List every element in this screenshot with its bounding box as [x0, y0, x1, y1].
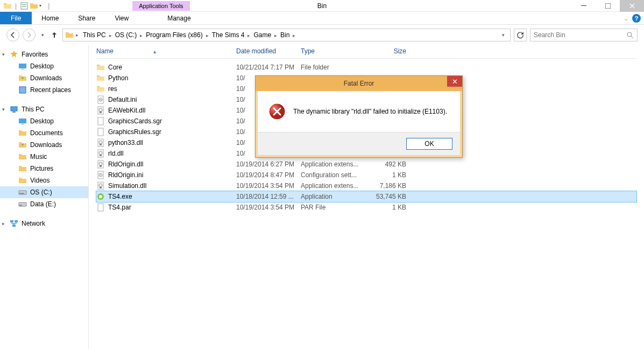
- chevron-right-icon[interactable]: ▸: [292, 33, 296, 38]
- svg-rect-9: [11, 107, 17, 111]
- breadcrumb-segment[interactable]: This PC: [81, 31, 108, 39]
- application-tools-tab[interactable]: Application Tools: [132, 1, 189, 11]
- back-button[interactable]: [6, 29, 19, 41]
- folder-icon: [65, 31, 74, 39]
- new-folder-icon[interactable]: [30, 2, 38, 10]
- tab-manage[interactable]: Manage: [158, 12, 200, 24]
- column-type[interactable]: Type: [301, 47, 363, 55]
- maximize-button[interactable]: [596, 0, 620, 12]
- properties-icon[interactable]: [20, 2, 29, 10]
- folder-icon: [3, 2, 12, 10]
- sidebar-head-network[interactable]: ▸ Network: [0, 218, 88, 229]
- file-row[interactable]: TS4.exe10/18/2014 12:59 ...Application53…: [96, 191, 637, 203]
- file-name: TS4.exe: [108, 193, 132, 200]
- sidebar-item[interactable]: Pictures: [0, 163, 88, 174]
- sidebar-item-label: Desktop: [30, 117, 54, 125]
- ribbon-expand-icon[interactable]: ⌵: [625, 16, 628, 22]
- file-row[interactable]: RldOrigin.dll10/19/2014 6:27 PMApplicati…: [96, 159, 636, 170]
- up-button[interactable]: [49, 30, 59, 40]
- tab-share[interactable]: Share: [68, 12, 105, 24]
- sidebar-head-favorites[interactable]: ▾ Favorites: [0, 48, 88, 60]
- dialog-title-bar[interactable]: Fatal Error ✕: [256, 76, 462, 91]
- file-row[interactable]: Core10/21/2014 7:17 PMFile folder: [96, 62, 636, 73]
- search-box[interactable]: [530, 29, 638, 41]
- file-row[interactable]: Simulation.dll10/19/2014 3:54 PMApplicat…: [96, 180, 636, 191]
- sidebar-item[interactable]: Music: [0, 151, 88, 163]
- dll-icon: [96, 182, 105, 190]
- file-date: 10/19/2014 3:54 PM: [236, 204, 301, 211]
- ok-button[interactable]: OK: [406, 138, 452, 150]
- svg-rect-16: [19, 205, 22, 206]
- sidebar-item[interactable]: Downloads: [0, 72, 88, 84]
- separator: |: [48, 2, 49, 10]
- svg-point-39: [100, 174, 101, 176]
- minimize-button[interactable]: [571, 0, 596, 12]
- tab-view[interactable]: View: [105, 12, 138, 24]
- close-button[interactable]: [620, 0, 644, 12]
- file-row[interactable]: RldOrigin.ini10/19/2014 8:47 PMConfigura…: [96, 170, 636, 180]
- sidebar-head-thispc[interactable]: ▾ This PC: [0, 103, 88, 115]
- sidebar-item-label: OS (C:): [30, 189, 52, 196]
- svg-rect-10: [12, 111, 16, 113]
- window-controls: [571, 0, 644, 12]
- tab-home[interactable]: Home: [32, 12, 68, 24]
- breadcrumb-segment[interactable]: Program Files (x86): [144, 31, 204, 39]
- dialog-body: The dynamic library "rld.dll" failed to …: [256, 91, 462, 132]
- breadcrumb-segment[interactable]: The Sims 4: [210, 31, 247, 39]
- chevron-right-icon[interactable]: ▸: [273, 33, 278, 38]
- dialog-close-button[interactable]: ✕: [447, 76, 462, 87]
- breadcrumb-segment[interactable]: OS (C:): [113, 31, 139, 39]
- sidebar-item[interactable]: Desktop: [0, 115, 88, 127]
- dialog-title: Fatal Error: [344, 80, 374, 87]
- breadcrumb-segment[interactable]: Game: [251, 31, 273, 39]
- item-icon: [18, 62, 27, 71]
- star-icon: [10, 50, 18, 59]
- sidebar-item[interactable]: Desktop: [0, 60, 88, 72]
- column-date[interactable]: Date modified: [236, 47, 301, 55]
- sidebar-group-thispc: ▾ This PC DesktopDocumentsDownloadsMusic…: [0, 103, 88, 210]
- help-icon[interactable]: ?: [632, 14, 641, 23]
- navigation-bar: ▾ ▸ This PC▸OS (C:)▸Program Files (x86)▸…: [0, 25, 644, 45]
- error-dialog: Fatal Error ✕ The dynamic library "rld.d…: [255, 75, 463, 158]
- address-dropdown-icon[interactable]: ▾: [499, 32, 508, 38]
- file-date: 10/18/2014 12:59 ...: [236, 193, 301, 200]
- forward-button[interactable]: [23, 29, 36, 41]
- separator: |: [15, 2, 17, 10]
- dll-icon: [96, 106, 105, 115]
- tab-file[interactable]: File: [0, 12, 32, 24]
- column-size[interactable]: Size: [363, 47, 406, 55]
- dialog-message: The dynamic library "rld.dll" failed to …: [293, 108, 447, 115]
- refresh-button[interactable]: [514, 29, 527, 41]
- address-bar[interactable]: ▸ This PC▸OS (C:)▸Program Files (x86)▸Th…: [62, 29, 511, 41]
- sidebar-item[interactable]: Data (E:): [0, 198, 88, 210]
- chevron-right-icon[interactable]: ▸: [108, 33, 113, 38]
- breadcrumb-segment[interactable]: Bin: [278, 31, 292, 39]
- file-row[interactable]: TS4.par10/19/2014 3:54 PMPAR File1 KB: [96, 202, 636, 213]
- file-name: EAWebKit.dll: [108, 107, 145, 114]
- sidebar-item[interactable]: Downloads: [0, 139, 88, 151]
- chevron-right-icon[interactable]: ▸: [75, 32, 80, 38]
- qat-dropdown-icon[interactable]: ▾: [39, 3, 45, 8]
- column-headers: Name▴ Date modified Type Size: [96, 47, 636, 59]
- search-input[interactable]: [534, 31, 627, 39]
- folder-icon: [96, 63, 105, 72]
- sidebar-item[interactable]: Recent places: [0, 84, 88, 96]
- item-icon: [18, 200, 27, 208]
- sidebar-item[interactable]: Videos: [0, 174, 88, 186]
- sidebar-item[interactable]: OS (C:): [0, 186, 88, 198]
- history-dropdown-icon[interactable]: ▾: [39, 29, 46, 41]
- svg-rect-18: [15, 220, 18, 222]
- svg-rect-30: [100, 144, 102, 145]
- dll-icon: [96, 138, 105, 147]
- svg-rect-25: [100, 111, 102, 113]
- file-size: 1 KB: [363, 171, 406, 179]
- file-name: res: [108, 85, 117, 93]
- ini-icon: [96, 95, 105, 104]
- svg-rect-4: [605, 3, 611, 9]
- file-type: Configuration sett...: [301, 171, 363, 179]
- navigation-pane: ▾ Favorites DesktopDownloadsRecent place…: [0, 45, 89, 349]
- chevron-right-icon[interactable]: ▸: [139, 33, 144, 38]
- chevron-right-icon[interactable]: ▸: [205, 33, 210, 38]
- sidebar-item[interactable]: Documents: [0, 127, 88, 139]
- column-name[interactable]: Name▴: [96, 47, 236, 55]
